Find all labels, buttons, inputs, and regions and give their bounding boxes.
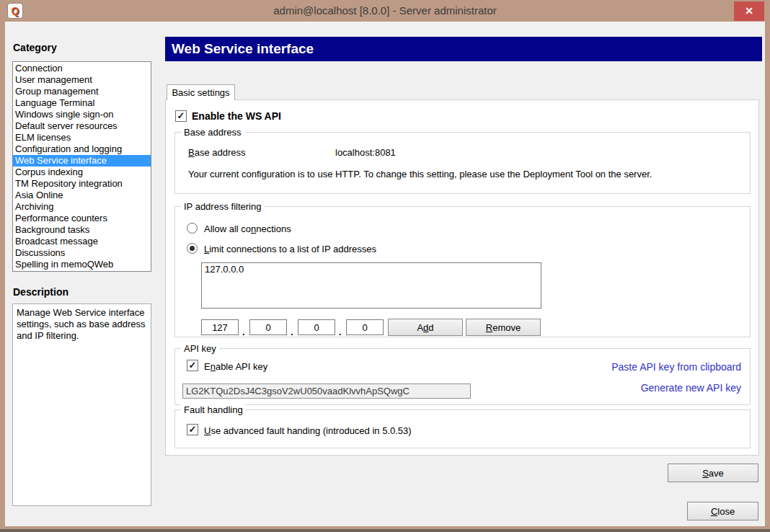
category-listbox[interactable]: Connection User management Group managem… [12,61,151,272]
limit-post: imit connections to a list of IP address… [209,244,376,254]
limit-connections-label[interactable]: Limit connections to a list of IP addres… [204,244,376,254]
close-post: lose [717,506,735,517]
api-key-field[interactable] [182,384,471,399]
title-bar[interactable]: Q admin@localhost [8.0.0] - Server admin… [0,0,770,22]
add-pre: A [417,322,423,333]
paste-api-key-link[interactable]: Paste API key from clipboard [611,361,741,373]
dialog-client-area: Category Connection User management Grou… [5,22,765,526]
category-item-broadcast-message[interactable]: Broadcast message [13,236,151,247]
category-item-tm-repository[interactable]: TM Repository integration [13,178,151,190]
ip-octet-2-input[interactable] [249,319,287,335]
base-address-note: Your current configuration is to use HTT… [188,169,652,179]
save-accel: S [702,468,709,479]
category-item-language-terminal[interactable]: Language Terminal [13,97,151,109]
enable-api-accel: n [211,361,216,372]
advanced-fault-handling-label[interactable]: Use advanced fault handing (introduced i… [204,425,412,436]
limit-connections-radio[interactable] [187,243,198,254]
close-accel: C [711,506,717,517]
enable-api-pre: E [204,361,211,372]
base-address-value: localhost:8081 [335,147,396,158]
window-close-button[interactable]: ✕ [734,1,764,21]
octet-separator: . [339,327,342,337]
ip-octet-4-input[interactable] [346,319,384,335]
allow-all-connections-label[interactable]: Allow all connections [204,223,291,234]
close-button[interactable]: Close [687,502,758,520]
category-item-discussions[interactable]: Discussions [13,247,151,259]
fault-accel: U [204,425,211,436]
basic-settings-tab-page: ✓ Enable the WS API Base address Base ad… [165,99,759,456]
tab-basic-settings[interactable]: Basic settings [167,84,235,100]
add-ip-button[interactable]: Add [388,319,463,336]
enable-ws-api-checkbox[interactable]: ✓ [175,110,187,122]
category-item-web-service-interface[interactable]: Web Service interface [13,155,151,167]
fault-handling-group-legend: Fault handling [181,404,246,415]
check-icon: ✓ [177,110,185,121]
base-address-label-accel: B [188,147,195,158]
window-frame-edge [0,529,770,532]
category-item-spelling-memoqweb[interactable]: Spelling in memoQWeb [13,259,151,270]
category-item-performance-counters[interactable]: Performance counters [13,213,151,224]
allow-all-post: nections [256,223,291,234]
page-title: Web Service interface [165,37,762,61]
add-post: d [428,322,433,333]
base-address-label-rest: ase address [195,147,246,158]
ip-address-list-item[interactable]: 127.0.0.0 [202,263,541,275]
ip-address-listbox[interactable]: 127.0.0.0 [201,262,541,309]
category-item-background-tasks[interactable]: Background tasks [13,224,151,236]
base-address-group-legend: Base address [181,127,244,138]
category-item-user-management[interactable]: User management [13,74,151,86]
save-button[interactable]: Save [668,464,758,482]
category-item-elm-licenses[interactable]: ELM licenses [13,132,151,143]
description-heading: Description [13,286,68,298]
remove-accel: R [486,322,492,333]
fault-handling-group: Fault handling ✓ Use advanced fault hand… [174,409,751,448]
fault-post: se advanced fault handing (introduced in… [211,425,411,436]
window-title: admin@localhost [8.0.0] - Server adminis… [0,0,770,22]
category-item-windows-sso[interactable]: Windows single sign-on [13,109,151,120]
api-key-group-legend: API key [181,343,219,354]
ip-octet-1-input[interactable] [201,319,239,335]
category-item-asia-online[interactable]: Asia Online [13,190,151,201]
category-heading: Category [13,42,57,53]
advanced-fault-handling-checkbox[interactable]: ✓ [187,424,198,435]
ip-octet-3-input[interactable] [298,319,335,335]
check-icon: ✓ [189,360,197,371]
octet-separator: . [291,327,293,337]
check-icon: ✓ [189,424,197,435]
remove-post: emove [492,322,521,333]
ip-filtering-group-legend: IP address filtering [181,201,264,212]
description-box: Manage Web Service interface settings, s… [12,303,151,506]
category-item-group-management[interactable]: Group management [13,86,151,97]
enable-api-post: able API key [216,361,267,372]
enable-api-key-label[interactable]: Enable API key [204,361,267,372]
server-administrator-window: Q admin@localhost [8.0.0] - Server admin… [0,0,770,532]
remove-ip-button[interactable]: Remove [466,319,541,336]
ip-filtering-group: IP address filtering Allow all connectio… [174,206,751,337]
api-key-group: API key ✓ Enable API key Paste API key f… [174,348,751,405]
save-post: ave [709,468,724,479]
enable-ws-api-label: Enable the WS API [192,110,281,122]
base-address-group: Base address Base address localhost:8081… [174,132,751,194]
allow-all-connections-radio[interactable] [187,223,198,234]
category-item-corpus-indexing[interactable]: Corpus indexing [13,167,151,178]
enable-api-key-checkbox[interactable]: ✓ [187,360,198,371]
allow-all-pre: Allow all co [204,223,251,234]
category-item-connection[interactable]: Connection [13,63,151,74]
generate-api-key-link[interactable]: Generate new API key [641,382,741,394]
base-address-label: Base address [188,147,246,158]
category-item-default-server-resources[interactable]: Default server resources [13,120,151,132]
category-item-archiving[interactable]: Archiving [13,201,151,213]
octet-separator: . [242,327,245,337]
category-item-configuration-logging[interactable]: Configuration and logging [13,143,151,155]
